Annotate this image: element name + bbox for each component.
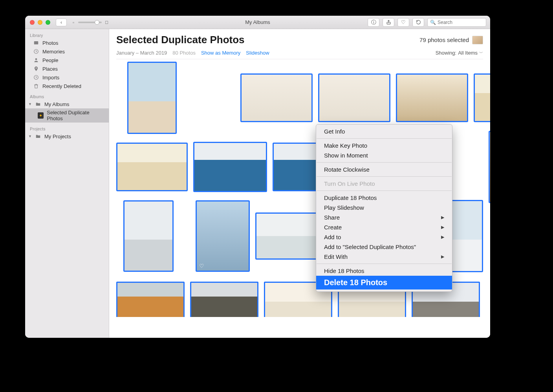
menu-separator — [317, 138, 452, 139]
disclosure-triangle-icon[interactable]: ▼ — [28, 134, 32, 138]
toolbar-right: ⓘ ♡ 🔍 — [368, 18, 486, 27]
menu-separator — [317, 162, 452, 163]
page-title: Selected Duplicate Photos — [116, 34, 245, 46]
submenu-arrow-icon: ▶ — [441, 234, 444, 240]
submenu-arrow-icon: ▶ — [441, 254, 444, 259]
photo-thumbnail[interactable] — [190, 282, 258, 317]
share-button[interactable] — [383, 18, 394, 27]
submenu-arrow-icon: ▶ — [441, 225, 444, 230]
photo-thumbnail[interactable] — [123, 200, 174, 272]
show-as-memory-link[interactable]: Show as Memory — [201, 50, 240, 56]
sidebar-item-selected-duplicates[interactable]: ✦ Selected Duplicate Photos — [25, 108, 109, 123]
ctx-show-in-moment[interactable]: Show in Moment — [316, 150, 452, 160]
sidebar-item-imports[interactable]: Imports — [25, 73, 109, 82]
window-controls — [30, 20, 50, 25]
rotate-icon — [416, 20, 421, 25]
photo-thumbnail[interactable] — [474, 73, 490, 122]
photo-thumbnail[interactable] — [116, 143, 188, 191]
sidebar-item-photos[interactable]: Photos — [25, 38, 109, 47]
sidebar-item-my-projects[interactable]: ▼ My Projects — [25, 132, 109, 141]
photo-thumbnail[interactable] — [116, 282, 185, 317]
chevron-left-icon: ‹ — [60, 20, 62, 25]
favorite-button[interactable]: ♡ — [397, 18, 409, 27]
folder-icon — [35, 133, 41, 139]
ctx-play-slideshow[interactable]: Play Slideshow — [316, 203, 452, 212]
info-button[interactable]: ⓘ — [368, 18, 379, 27]
zoom-control: ▫ ◻ — [71, 20, 109, 25]
heart-icon: ♡ — [401, 19, 406, 25]
ctx-turn-on-live-photo: Turn On Live Photo — [316, 179, 452, 189]
menu-separator — [317, 264, 452, 264]
close-window-button[interactable] — [30, 20, 35, 25]
search-icon: 🔍 — [430, 20, 436, 25]
sidebar-heading-projects: Projects — [25, 125, 109, 132]
titlebar: ‹ ▫ ◻ My Albums ⓘ ♡ 🔍 — [25, 16, 490, 29]
zoom-in-icon[interactable]: ◻ — [104, 20, 109, 25]
showing-filter[interactable]: Showing: All Items ﹀ — [436, 50, 483, 56]
imports-icon — [33, 74, 39, 81]
photo-thumbnail[interactable] — [193, 142, 267, 192]
selection-thumbnail — [472, 36, 483, 44]
sidebar-item-memories[interactable]: Memories — [25, 47, 109, 56]
sidebar-item-people[interactable]: People — [25, 56, 109, 64]
ctx-share[interactable]: Share▶ — [316, 212, 452, 222]
ctx-delete-photos[interactable]: Delete 18 Photos — [316, 276, 452, 289]
sidebar-item-my-albums[interactable]: ▼ My Albums — [25, 100, 109, 108]
showing-label: Showing: — [436, 50, 456, 56]
fullscreen-window-button[interactable] — [46, 20, 50, 25]
svg-point-4 — [36, 68, 37, 69]
photo-thumbnail[interactable] — [255, 212, 326, 260]
rotate-button[interactable] — [412, 18, 424, 27]
ctx-make-key-photo[interactable]: Make Key Photo — [316, 141, 452, 150]
photo-thumbnail[interactable] — [240, 73, 313, 122]
ctx-get-info[interactable]: Get Info — [316, 126, 452, 136]
photo-thumbnail[interactable] — [396, 73, 468, 122]
sidebar-heading-albums: Albums — [25, 93, 109, 100]
sidebar: Library Photos Memories People Places Im… — [25, 29, 109, 338]
photo-thumbnail[interactable] — [489, 131, 490, 203]
photos-icon — [33, 40, 39, 46]
ctx-add-to[interactable]: Add to▶ — [316, 232, 452, 242]
places-icon — [33, 66, 39, 72]
folder-icon — [35, 101, 41, 107]
memories-icon — [33, 48, 39, 55]
search-field[interactable]: 🔍 — [427, 18, 486, 27]
date-range: January – March 2019 — [116, 50, 167, 56]
submenu-arrow-icon: ▶ — [441, 215, 444, 220]
ctx-rotate-clockwise[interactable]: Rotate Clockwise — [316, 165, 452, 174]
sidebar-heading-library: Library — [25, 31, 109, 38]
chevron-down-icon: ﹀ — [479, 50, 483, 56]
sidebar-item-label: My Albums — [44, 101, 70, 107]
photo-thumbnail[interactable]: ♡ — [196, 200, 250, 272]
showing-value: All Items — [458, 50, 478, 56]
zoom-out-icon[interactable]: ▫ — [71, 20, 76, 25]
photo-thumbnail[interactable] — [127, 62, 177, 134]
ctx-add-to-album[interactable]: Add to "Selected Duplicate Photos" — [316, 242, 452, 252]
slideshow-link[interactable]: Slideshow — [246, 50, 269, 56]
zoom-slider[interactable] — [78, 22, 102, 23]
sidebar-item-label: My Projects — [44, 134, 71, 139]
info-icon: ⓘ — [371, 19, 376, 26]
ctx-create[interactable]: Create▶ — [316, 222, 452, 232]
menu-separator — [317, 176, 452, 177]
ctx-duplicate[interactable]: Duplicate 18 Photos — [316, 193, 452, 203]
favorite-badge-icon: ♡ — [199, 263, 204, 269]
ctx-hide-photos[interactable]: Hide 18 Photos — [316, 266, 452, 276]
disclosure-triangle-icon[interactable]: ▼ — [28, 102, 32, 106]
minimize-window-button[interactable] — [38, 20, 42, 25]
back-button[interactable]: ‹ — [56, 18, 67, 26]
selection-count: 79 photos selected — [419, 37, 469, 43]
ctx-edit-with[interactable]: Edit With▶ — [316, 252, 452, 262]
zoom-slider-knob[interactable] — [95, 20, 99, 25]
search-input[interactable] — [438, 20, 483, 25]
sidebar-item-label: Selected Duplicate Photos — [47, 110, 104, 121]
svg-rect-1 — [34, 41, 38, 44]
sidebar-item-label: Memories — [42, 49, 65, 55]
app-window: ‹ ▫ ◻ My Albums ⓘ ♡ 🔍 Libra — [25, 16, 490, 338]
trash-icon — [33, 83, 39, 89]
sidebar-item-places[interactable]: Places — [25, 64, 109, 73]
album-icon: ✦ — [38, 112, 44, 119]
sidebar-item-recently-deleted[interactable]: Recently Deleted — [25, 82, 109, 90]
photo-thumbnail[interactable] — [318, 73, 390, 122]
sidebar-item-label: Places — [42, 66, 58, 72]
